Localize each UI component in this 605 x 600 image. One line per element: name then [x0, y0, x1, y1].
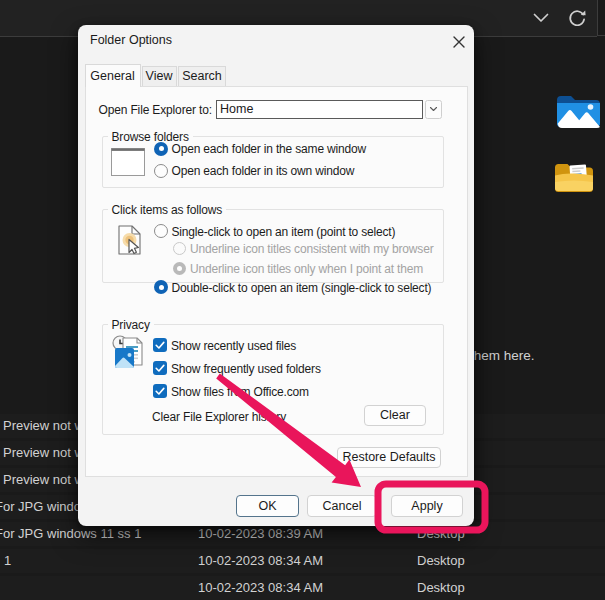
checkbox-recently-used-label: Show recently used files [171, 339, 296, 353]
privacy-icon [112, 334, 144, 370]
radio-underline-browser-label: Underline icon titles consistent with my… [190, 242, 433, 256]
drop-hint-text: them here. [470, 348, 535, 364]
folder-options-dialog: Folder Options General View Search Open … [78, 25, 474, 526]
radio-single-click-label: Single-click to open an item (point to s… [172, 225, 396, 239]
open-to-combobox[interactable]: Home [216, 100, 423, 119]
same-window-icon [111, 148, 145, 176]
checkbox-recently-used[interactable] [153, 338, 167, 352]
open-to-label: Open File Explorer to: [99, 103, 212, 117]
file-name: For JPG window [0, 495, 90, 519]
file-name: Preview not w [3, 441, 84, 465]
dialog-title: Folder Options [90, 33, 172, 48]
radio-underline-browser[interactable] [173, 242, 186, 255]
clear-history-label: Clear File Explorer history [152, 410, 286, 424]
checkbox-office-files[interactable] [153, 384, 167, 398]
ok-button[interactable]: OK [236, 495, 299, 517]
tab-view[interactable]: View [142, 66, 177, 86]
radio-own-window[interactable] [154, 164, 168, 178]
restore-defaults-button[interactable]: Restore Defaults [337, 447, 441, 468]
radio-same-window-label: Open each folder in the same window [172, 142, 366, 156]
radio-single-click[interactable] [154, 224, 168, 238]
radio-same-window[interactable] [154, 142, 168, 156]
file-name: Preview not w [3, 414, 84, 438]
radio-own-window-label: Open each folder in its own window [172, 164, 355, 178]
file-location: Desktop [417, 549, 465, 573]
file-date: 10-02-2023 08:34 AM [198, 576, 323, 600]
file-name: 1 [4, 549, 11, 573]
radio-double-click[interactable] [154, 280, 168, 294]
pictures-folder-icon[interactable] [556, 95, 601, 128]
file-date: 10-02-2023 08:34 AM [198, 549, 323, 573]
privacy-legend: Privacy [108, 318, 154, 332]
chevron-down-icon[interactable] [529, 6, 553, 30]
single-click-icon [118, 225, 146, 257]
tab-general[interactable]: General [85, 64, 141, 87]
checkbox-office-files-label: Show files from Office.com [171, 385, 309, 399]
close-icon[interactable] [446, 29, 472, 55]
refresh-icon[interactable] [565, 6, 589, 30]
radio-double-click-label: Double-click to open an item (single-cli… [172, 281, 432, 295]
apply-button[interactable]: Apply [391, 495, 463, 517]
screenshot-root: them here. Preview not w Preview not w P… [0, 0, 605, 600]
explorer-command-bar-edge [597, 0, 605, 36]
clear-button[interactable]: Clear [364, 405, 426, 426]
general-tab-page: Open File Explorer to: Home Browse folde… [85, 86, 468, 477]
combobox-dropdown-button[interactable] [425, 100, 442, 119]
file-row[interactable]: 1 10-02-2023 08:34 AM Desktop [0, 549, 605, 573]
file-row[interactable]: 10-02-2023 08:34 AM Desktop [0, 576, 605, 600]
documents-folder-icon[interactable] [554, 163, 594, 194]
click-items-legend: Click items as follows [108, 203, 227, 217]
radio-underline-point[interactable] [173, 262, 186, 275]
file-location: Desktop [417, 576, 465, 600]
checkbox-frequently-used-label: Show frequently used folders [171, 362, 321, 376]
file-name: Preview not w [3, 468, 84, 492]
cancel-button[interactable]: Cancel [307, 495, 377, 517]
checkbox-frequently-used[interactable] [153, 361, 167, 375]
tab-search[interactable]: Search [178, 66, 226, 86]
radio-underline-point-label: Underline icon titles only when I point … [190, 262, 423, 276]
